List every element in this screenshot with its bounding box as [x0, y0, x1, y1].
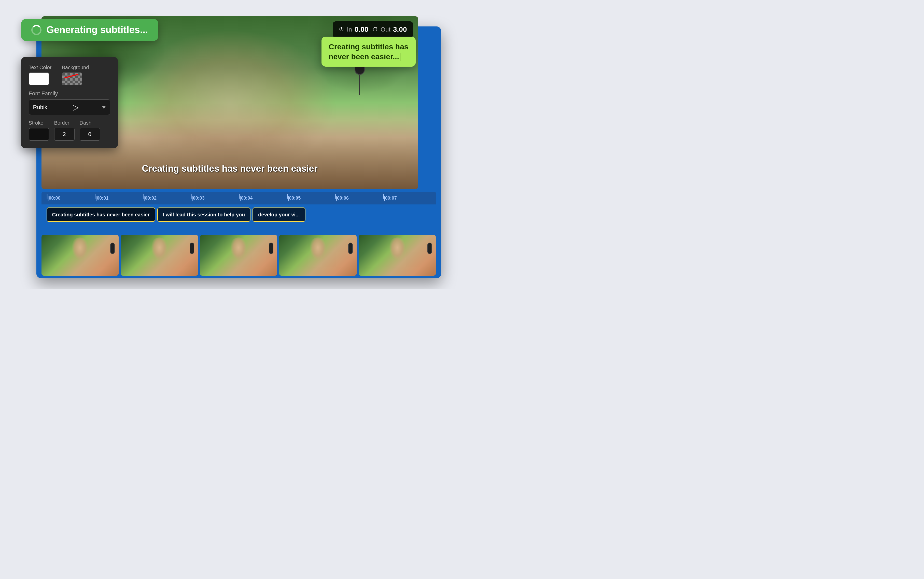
ruler-mark-7: |00:07 — [383, 196, 431, 201]
timecode-bar: ⏱ In 0.00 ⏱ Out 3.00 — [333, 21, 413, 38]
ruler-mark-2: |00:02 — [143, 196, 190, 201]
timeline-clip-1[interactable]: I will lead this session to help you — [157, 208, 251, 222]
stroke-label: Stroke — [29, 120, 49, 126]
timeline-area: |00:00 |00:01 |00:02 |00:03 |00:04 |00:0… — [41, 192, 436, 232]
subtitle-tooltip-text: Creating subtitles hasnever been easier.… — [328, 43, 408, 61]
cursor-icon: ▷ — [73, 103, 79, 112]
thumbnail-mic-3 — [348, 242, 353, 254]
timeline-clip-0[interactable]: Creating subtitles has never been easier — [47, 208, 156, 222]
loading-spinner-icon — [31, 25, 41, 35]
subtitle-tooltip: Creating subtitles hasnever been easier.… — [322, 37, 415, 67]
timer-out-icon: ⏱ — [373, 26, 378, 33]
timeline-clip-2[interactable]: develop your vi... — [253, 208, 305, 222]
thumbnail-0 — [41, 235, 119, 276]
ruler-mark-3: |00:03 — [190, 196, 239, 201]
thumbnail-face-2 — [228, 237, 249, 263]
thumbnail-1 — [121, 235, 198, 276]
mic-stand — [359, 75, 360, 95]
generating-badge: Generating subtitles... — [21, 19, 158, 41]
ruler-mark-1: |00:01 — [94, 196, 143, 201]
ruler-mark-0: |00:00 — [47, 196, 95, 201]
text-color-swatch[interactable] — [29, 72, 49, 85]
background-color-swatch[interactable] — [62, 72, 82, 85]
style-panel: Text Color Background Font Family Rubik … — [21, 57, 118, 148]
out-label: Out — [381, 26, 391, 33]
border-group: Border 2 — [54, 120, 75, 141]
thumbnail-mic-2 — [269, 242, 273, 254]
thumbnail-face-1 — [149, 237, 169, 263]
in-value: 0.00 — [355, 25, 369, 34]
thumbnail-face-4 — [387, 237, 407, 263]
in-label: In — [347, 26, 352, 33]
main-container: Creating subtitles has never been easier… — [21, 11, 441, 278]
stroke-row: Stroke Border 2 Dash 0 — [29, 120, 110, 141]
background-color-group: Background — [62, 65, 89, 85]
dash-group: Dash 0 — [80, 120, 100, 141]
video-subtitle-overlay: Creating subtitles has never been easier — [142, 163, 317, 174]
thumbnail-mic-0 — [110, 242, 115, 254]
thumbnail-mic-1 — [190, 242, 194, 254]
thumbnail-face-0 — [70, 237, 90, 263]
thumbnail-mic-4 — [427, 242, 432, 254]
thumbnail-3 — [279, 235, 357, 276]
dropdown-arrow-icon — [102, 106, 106, 109]
generating-text: Generating subtitles... — [47, 25, 148, 35]
ruler-mark-6: |00:06 — [335, 196, 383, 201]
border-input[interactable]: 2 — [54, 128, 75, 141]
stroke-group: Stroke — [29, 120, 49, 141]
timecode-in: ⏱ In 0.00 — [339, 25, 369, 34]
stroke-color-swatch[interactable] — [29, 128, 49, 141]
ruler-marks: |00:00 |00:01 |00:02 |00:03 |00:04 |00:0… — [47, 196, 431, 201]
font-family-value: Rubik — [33, 104, 48, 111]
border-label: Border — [54, 120, 75, 126]
thumbnail-2 — [200, 235, 277, 276]
out-value: 3.00 — [393, 25, 407, 34]
ruler-mark-5: |00:05 — [287, 196, 335, 201]
text-color-label: Text Color — [29, 65, 52, 70]
dash-input[interactable]: 0 — [80, 128, 100, 141]
font-family-dropdown[interactable]: Rubik ▷ — [29, 100, 110, 115]
text-cursor-icon — [400, 53, 400, 61]
timer-in-icon: ⏱ — [339, 26, 345, 33]
ruler-mark-4: |00:04 — [239, 196, 287, 201]
thumbnail-face-3 — [308, 237, 328, 263]
timeline-clips: Creating subtitles has never been easier… — [41, 204, 436, 225]
background-label: Background — [62, 65, 89, 70]
text-color-group: Text Color — [29, 65, 52, 85]
timeline-ruler: |00:00 |00:01 |00:02 |00:03 |00:04 |00:0… — [41, 192, 436, 204]
thumbnail-4 — [359, 235, 436, 276]
thumbnail-strip — [41, 235, 436, 276]
dash-label: Dash — [80, 120, 100, 126]
timecode-out: ⏱ Out 3.00 — [373, 25, 407, 34]
font-family-label: Font Family — [29, 90, 110, 97]
color-row: Text Color Background — [29, 65, 110, 85]
